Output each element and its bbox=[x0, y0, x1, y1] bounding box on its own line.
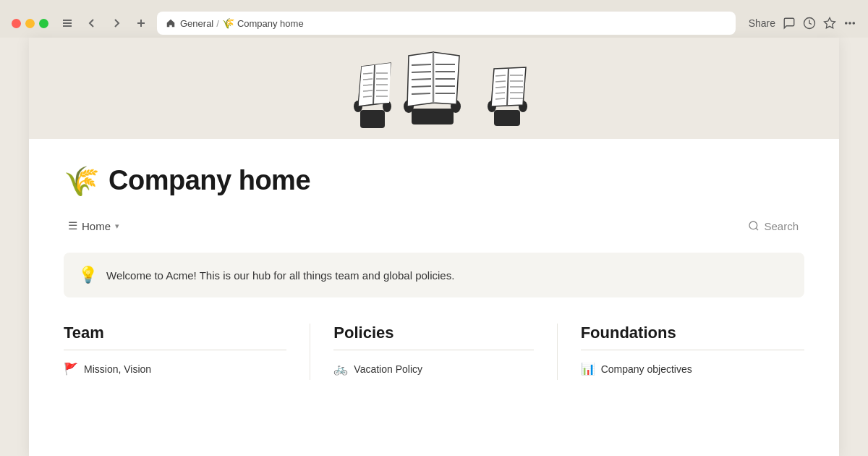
search-icon bbox=[748, 220, 760, 232]
list-item[interactable]: 🚩 Mission, Vision bbox=[64, 358, 286, 380]
svg-line-15 bbox=[363, 73, 373, 74]
toolbar: ☰ Home ▾ Search bbox=[64, 216, 804, 235]
history-icon bbox=[803, 17, 816, 30]
traffic-light-maximize[interactable] bbox=[39, 19, 48, 28]
svg-point-9 bbox=[853, 22, 854, 24]
svg-rect-56 bbox=[494, 110, 520, 126]
svg-line-33 bbox=[412, 79, 431, 80]
list-item[interactable]: 📊 Company objectives bbox=[581, 358, 804, 380]
forward-icon bbox=[111, 17, 122, 29]
section-policies: Policies 🚲 Vacation Policy bbox=[310, 324, 557, 380]
svg-rect-25 bbox=[360, 110, 385, 128]
back-icon bbox=[86, 17, 98, 29]
list-item[interactable]: 🚲 Vacation Policy bbox=[333, 358, 533, 380]
svg-line-48 bbox=[495, 87, 506, 88]
breadcrumb: General / 🌾 Company home bbox=[180, 17, 304, 29]
back-button[interactable] bbox=[83, 16, 101, 30]
svg-line-18 bbox=[363, 90, 373, 91]
star-icon bbox=[823, 17, 836, 30]
breadcrumb-workspace: General bbox=[180, 18, 213, 29]
traffic-light-close[interactable] bbox=[12, 19, 21, 28]
forward-button[interactable] bbox=[108, 16, 125, 30]
comment-button[interactable] bbox=[783, 17, 796, 30]
svg-line-32 bbox=[412, 72, 431, 72]
search-label: Search bbox=[764, 220, 799, 232]
welcome-text: Welcome to Acme! This is our hub for all… bbox=[106, 269, 454, 282]
home-nav-label: Home bbox=[82, 220, 111, 232]
hamburger-button[interactable] bbox=[59, 16, 76, 30]
star-button[interactable] bbox=[823, 17, 836, 30]
svg-line-58 bbox=[757, 228, 759, 230]
sections-row: Team 🚩 Mission, Vision Policies 🚲 Vacati… bbox=[64, 324, 804, 380]
banner-illustration bbox=[326, 45, 542, 132]
mission-icon: 🚩 bbox=[64, 362, 78, 376]
svg-point-8 bbox=[849, 22, 851, 24]
new-tab-button[interactable] bbox=[132, 16, 150, 30]
svg-line-50 bbox=[495, 98, 505, 99]
more-button[interactable] bbox=[843, 17, 856, 30]
svg-line-17 bbox=[363, 85, 373, 85]
mission-label: Mission, Vision bbox=[84, 363, 151, 375]
breadcrumb-separator: / bbox=[216, 18, 219, 29]
objectives-icon: 📊 bbox=[581, 362, 595, 376]
workspace-home-icon bbox=[166, 18, 176, 28]
section-title-foundations: Foundations bbox=[581, 324, 804, 350]
welcome-box: 💡 Welcome to Acme! This is our hub for a… bbox=[64, 253, 804, 297]
svg-line-16 bbox=[363, 79, 373, 80]
page-title: Company home bbox=[109, 165, 310, 196]
home-nav-button[interactable]: ☰ Home ▾ bbox=[64, 216, 124, 235]
comment-icon bbox=[783, 17, 796, 30]
svg-line-34 bbox=[412, 86, 431, 87]
history-button[interactable] bbox=[803, 17, 816, 30]
browser-actions: Share bbox=[749, 17, 856, 30]
page-title-row: 🌾 Company home bbox=[64, 165, 804, 196]
page-emoji: 🌾 bbox=[64, 166, 100, 195]
objectives-label: Company objectives bbox=[601, 363, 692, 375]
plus-icon bbox=[135, 17, 147, 29]
vacation-label: Vacation Policy bbox=[354, 363, 422, 375]
vacation-icon: 🚲 bbox=[333, 362, 348, 376]
search-button[interactable]: Search bbox=[742, 217, 804, 235]
address-bar[interactable]: General / 🌾 Company home bbox=[157, 12, 736, 35]
banner-svg bbox=[326, 45, 542, 132]
svg-line-49 bbox=[495, 93, 505, 93]
section-title-team: Team bbox=[64, 324, 286, 350]
breadcrumb-page: Company home bbox=[237, 18, 304, 29]
browser-chrome: General / 🌾 Company home Share bbox=[0, 0, 868, 38]
page-container: 🌾 Company home ☰ Home ▾ Search bbox=[29, 38, 839, 456]
content-area: 🌾 Company home ☰ Home ▾ Search bbox=[29, 139, 839, 403]
banner-area bbox=[29, 38, 839, 139]
page-emoji-breadcrumb: 🌾 bbox=[222, 17, 234, 29]
svg-line-47 bbox=[495, 81, 506, 82]
welcome-emoji: 💡 bbox=[78, 266, 98, 284]
svg-marker-6 bbox=[825, 18, 835, 28]
share-button[interactable]: Share bbox=[749, 17, 775, 29]
traffic-light-minimize[interactable] bbox=[25, 19, 35, 28]
chevron-down-icon: ▾ bbox=[115, 221, 119, 231]
svg-point-7 bbox=[846, 22, 847, 24]
svg-line-19 bbox=[363, 96, 372, 97]
svg-line-35 bbox=[412, 93, 430, 94]
svg-line-46 bbox=[495, 75, 506, 76]
toolbar-left: ☰ Home ▾ bbox=[64, 216, 124, 235]
hamburger-icon bbox=[61, 17, 73, 29]
section-foundations: Foundations 📊 Company objectives bbox=[558, 324, 804, 380]
list-icon: ☰ bbox=[68, 219, 77, 232]
svg-line-31 bbox=[412, 64, 431, 65]
section-title-policies: Policies bbox=[333, 324, 533, 350]
svg-point-57 bbox=[749, 221, 757, 229]
svg-rect-41 bbox=[412, 109, 454, 124]
section-team: Team 🚩 Mission, Vision bbox=[64, 324, 310, 380]
traffic-lights bbox=[12, 19, 48, 28]
more-icon bbox=[843, 17, 856, 30]
